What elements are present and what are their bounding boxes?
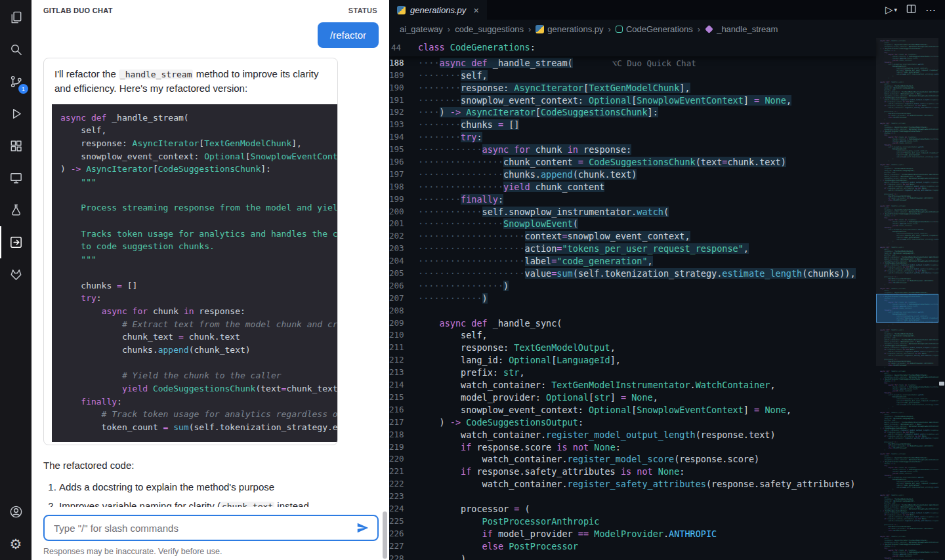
line-code: ····async def _handle_stream(⌥C Duo Quic…	[418, 57, 696, 70]
code-line[interactable]: 199········finally:	[389, 193, 876, 206]
code-line[interactable]: 215 model_provider: Optional[str] = None…	[389, 391, 876, 404]
code-line[interactable]: 191········snowplow_event_context: Optio…	[389, 94, 876, 107]
code-line[interactable]: 193········chunks = []	[389, 119, 876, 131]
inline-code: _handle_stream	[119, 70, 194, 79]
line-number: 192	[389, 106, 418, 119]
send-icon[interactable]	[355, 520, 371, 536]
code-line[interactable]: 210 self,	[389, 329, 876, 342]
breadcrumb-separator: ›	[528, 24, 531, 34]
code-line[interactable]: 192····) -> AsyncIterator[CodeSuggestion…	[389, 106, 876, 119]
split-editor-icon[interactable]	[906, 4, 916, 16]
line-code: if response.safety_attributes is not Non…	[418, 466, 684, 478]
code-line[interactable]: 197················chunks.append(chunk.t…	[389, 169, 876, 181]
code-lines: 187188····async def _handle_stream(⌥C Du…	[389, 45, 876, 560]
line-code: watch_container.register_model_score(res…	[418, 453, 759, 466]
settings-gear-icon[interactable]: ⚙	[0, 528, 32, 560]
code-line[interactable]: 200············self.snowplow_instrumenta…	[389, 206, 876, 218]
line-number: 200	[389, 206, 418, 218]
code-line[interactable]: 202····················context=snowplow_…	[389, 230, 876, 243]
chat-code-line	[60, 214, 337, 228]
chat-code-line: chunks.append(chunk_text)	[60, 344, 337, 357]
gitlab-duo-icon[interactable]	[0, 258, 32, 290]
run-python-file-button[interactable]: ▷▾	[885, 4, 897, 16]
code-line[interactable]: 213 prefix: str,	[389, 367, 876, 379]
code-line[interactable]: 203····················action="tokens_pe…	[389, 243, 876, 255]
code-line[interactable]: 207············)	[389, 292, 876, 305]
code-line[interactable]: 205····················value=sum(self.to…	[389, 268, 876, 280]
line-code: ····) -> AsyncIterator[CodeSuggestionsCh…	[418, 106, 658, 119]
run-dropdown-icon[interactable]: ▾	[894, 7, 897, 13]
more-actions-icon[interactable]: ⋯	[925, 4, 936, 16]
chat-code-line	[60, 189, 337, 202]
code-line[interactable]: 204····················label="code_gener…	[389, 255, 876, 268]
assistant-intro: I'll refactor the _handle_stream method …	[54, 67, 327, 96]
breadcrumb-item-ai_gateway[interactable]: ai_gateway	[400, 24, 443, 34]
code-line[interactable]: 222 watch_container.register_safety_attr…	[389, 478, 876, 490]
code-line[interactable]: 220 watch_container.register_model_score…	[389, 453, 876, 466]
code-line[interactable]: 226 if model_provider == ModelProvider.A…	[389, 528, 876, 540]
code-line[interactable]: 212 lang_id: Optional[LanguageId],	[389, 354, 876, 367]
line-number: 205	[389, 268, 418, 280]
line-number: 208	[389, 305, 418, 317]
minimap-selection-highlight	[876, 294, 938, 323]
testing-icon[interactable]	[0, 194, 32, 226]
code-line[interactable]: 221 if response.safety_attributes is not…	[389, 466, 876, 478]
code-line[interactable]: 189········self,	[389, 70, 876, 82]
editor-actions: ▷▾ ⋯	[885, 0, 945, 20]
code-line[interactable]: 219 if response.score is not None:	[389, 441, 876, 454]
source-control-icon[interactable]: 1	[0, 66, 32, 98]
breadcrumb-item-generations.py[interactable]: generations.py	[536, 24, 603, 34]
code-line[interactable]: 198················yield chunk_content	[389, 181, 876, 193]
activity-bar: 1 ⚙	[0, 0, 32, 560]
code-line[interactable]: 227 else PostProcessor	[389, 540, 876, 553]
chat-message-list: /refactor I'll refactor the _handle_stre…	[32, 14, 389, 560]
line-number: 223	[389, 490, 418, 503]
run-debug-icon[interactable]	[0, 98, 32, 130]
line-code: PostProcessorAnthropic	[418, 515, 599, 528]
minimap[interactable]: async def _handle_stream( self, response…	[876, 38, 938, 560]
remote-explorer-icon[interactable]	[0, 162, 32, 194]
code-line[interactable]: 225 PostProcessorAnthropic	[389, 515, 876, 528]
tab-close-icon[interactable]: ×	[473, 5, 479, 16]
code-line[interactable]: 196················chunk_content = CodeS…	[389, 156, 876, 169]
sticky-scroll-line[interactable]: 44 class CodeGenerations:	[389, 38, 876, 56]
chat-input[interactable]	[52, 522, 355, 534]
breadcrumb: ai_gateway›code_suggestions›generations.…	[389, 20, 945, 38]
code-line[interactable]: 206················)	[389, 280, 876, 292]
code-line[interactable]: 217 ) -> CodeSuggestionsOutput:	[389, 416, 876, 429]
code-line[interactable]: 208	[389, 305, 876, 317]
code-line[interactable]: 209 async def _handle_sync(	[389, 317, 876, 330]
line-number: 188	[389, 57, 418, 70]
code-line[interactable]: 190········response: AsyncIterator[TextG…	[389, 82, 876, 94]
code-line[interactable]: 216 snowplow_event_context: Optional[Sno…	[389, 404, 876, 416]
chat-header: GITLAB DUO CHAT STATUS	[32, 0, 389, 14]
duo-quick-chat-hint[interactable]: ⌥C Duo Quick Chat	[612, 58, 696, 68]
code-line[interactable]: 195············async for chunk in respon…	[389, 144, 876, 156]
extensions-icon[interactable]	[0, 130, 32, 162]
line-code: ········finally:	[418, 193, 503, 206]
gitlab-workflow-icon[interactable]	[0, 226, 32, 258]
code-line[interactable]: 223	[389, 490, 876, 503]
accounts-icon[interactable]	[0, 496, 32, 528]
chat-scrollbar[interactable]	[383, 511, 387, 559]
explorer-icon[interactable]	[0, 1, 32, 33]
code-editor[interactable]: 187188····async def _handle_stream(⌥C Du…	[389, 38, 945, 560]
line-number: 206	[389, 280, 418, 292]
breadcrumb-item-code_suggestions[interactable]: code_suggestions	[455, 24, 524, 34]
line-code: ) -> CodeSuggestionsOutput:	[418, 416, 583, 429]
search-icon[interactable]	[0, 33, 32, 66]
code-line[interactable]: 194········try:	[389, 131, 876, 144]
breadcrumb-item-codegenerations[interactable]: CodeGenerations	[616, 24, 693, 34]
chat-code-line: # Yield the chunk to the caller	[60, 369, 337, 382]
code-line[interactable]: 228 )	[389, 553, 876, 560]
line-number: 197	[389, 169, 418, 181]
breadcrumb-item-_handle_stream[interactable]: _handle_stream	[705, 24, 778, 34]
tab-generations-py[interactable]: generations.py ×	[389, 0, 487, 20]
code-line[interactable]: 218 watch_container.register_model_outpu…	[389, 429, 876, 441]
code-line[interactable]: 201················SnowplowEvent(	[389, 218, 876, 230]
code-line[interactable]: 224 processor = (	[389, 503, 876, 515]
chat-panel-title: GITLAB DUO CHAT	[43, 7, 113, 14]
code-line[interactable]: 214 watch_container: TextGenModelInstrum…	[389, 379, 876, 391]
code-line[interactable]: 211 response: TextGenModelOutput,	[389, 342, 876, 354]
code-line[interactable]: 188····async def _handle_stream(⌥C Duo Q…	[389, 57, 876, 70]
